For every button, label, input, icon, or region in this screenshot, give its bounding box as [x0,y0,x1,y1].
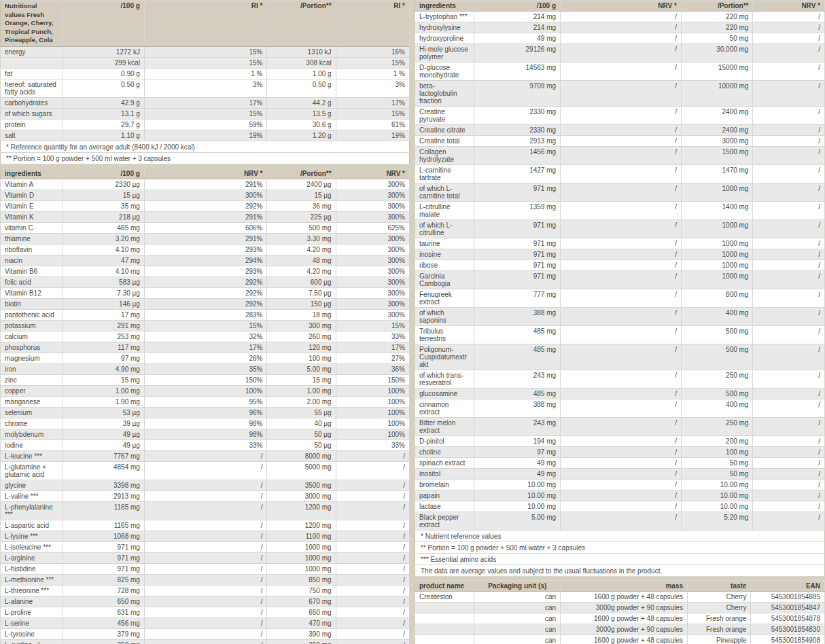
cell-name: L-histidine [1,563,63,574]
cell-name: of which trans-resveratrol [415,370,474,389]
cell-unit: can [474,635,561,644]
col-nrv-1: NRV * [561,1,682,12]
nutrition-spec-page: Nutritional values Fresh Orange, Cherry,… [0,0,825,644]
cell-nrv2: / [753,344,825,370]
table-row: L-isoleucine ***971 mg/1000 mg/ [1,541,410,552]
table-row: L-proline631 mg/650 mg/ [1,607,410,618]
cell-portion: 7.50 µg [267,287,336,298]
cell-nrv2: / [753,436,825,447]
cell-taste: Cherry [687,603,750,613]
cell-per100: 825 mg [63,574,144,585]
cell-portion: 300 mg [267,320,336,331]
footnote-essential-amino-acids: *** Essential amino acids [415,554,825,565]
cell-ean: 5453001854878 [751,613,825,624]
cell-taste: Cherry [687,592,750,603]
cell-per100: 7767 mg [63,450,144,461]
cell-nrv1: 100% [144,385,267,396]
cell-per100: 1456 mg [474,147,561,165]
table-row: L-citrulline malate1359 mg/1400 mg/ [415,202,825,220]
cell-mass: 1600 g powder + 48 capsules [561,635,688,644]
cell-name: protein [1,119,63,130]
cell-per100: 2913 mg [63,490,144,501]
cell-per100: 214 mg [474,12,561,22]
cell-portion: 8000 mg [267,450,336,461]
cell-nrv1: 294% [144,255,267,266]
cell-name: Creatine pyruvate [415,107,474,125]
cell-per100: 10.00 mg [474,480,561,490]
cell-portion: 10.00 mg [681,490,753,501]
cell-name: L-glutamine + glutamic acid [1,461,63,480]
cell-portion: 400 mg [681,308,753,326]
cell-portion: 50 mg [681,469,753,480]
cell-nrv2: / [336,639,409,644]
table-row: can1600 g powder + 48 capsulesPineapple5… [415,635,825,644]
cell-nrv1: / [561,12,682,22]
cell-nrv2: / [336,585,409,596]
cell-nrv2: / [753,107,825,125]
cell-taste: Fresh orange [687,624,750,635]
col-portion: /Portion** [267,168,336,179]
cell-taste: Pineapple [687,635,750,644]
cell-name: L-serine [1,618,63,628]
table-row: Vitamin D15 µg300%15 µg300% [1,190,410,200]
cell-ri2: 16% [336,46,409,57]
table-row: magnesium97 mg26%100 mg27% [1,353,410,363]
cell-per100: 146 µg [63,298,144,309]
cell-name: Creatine total [415,136,474,147]
cell-per100: 39 µg [63,418,144,429]
cell-nrv2: 27% [336,353,409,363]
table-row: thiamine3.20 mg291%3.30 mg300% [1,233,410,244]
cell-ri1: 1 % [144,68,267,79]
table-row: Poligonum-Cuspidatumextrakt485 mg/500 mg… [415,344,825,370]
footnote-row: ** Portion = 100 g powder + 500 ml water… [415,542,825,554]
cell-portion: 15 mg [267,374,336,385]
cell-name: L-tyrosine [1,628,63,639]
cell-per100: 971 mg [474,249,561,260]
cell-nrv1: / [144,480,267,490]
cell-name: of which saponins [415,308,474,326]
cell-name: Garcinia Cambogia [415,271,474,289]
table-row: calcium253 mg32%260 mg33% [1,331,410,342]
cell-nrv2: / [753,81,825,107]
cell-per100: 777 mg [474,289,561,308]
cell-name: L-phenylalanine *** [1,501,63,520]
cell-name [415,635,474,644]
cell-portion: 1000 mg [681,249,753,260]
cell-portion: 44.2 g [267,97,336,108]
cell-portion: 3000 mg [267,490,336,501]
table-row: manganese1.90 mg95%2.00 mg100% [1,396,410,407]
cell-nrv2: / [336,480,409,490]
table-row: inositol49 mg/50 mg/ [415,469,825,480]
cell-name: Tribulus terrestris [415,326,474,344]
cell-nrv1: / [144,607,267,618]
products-body: Createstoncan1600 g powder + 48 capsules… [415,592,825,644]
cell-name: niacin [1,255,63,266]
nutritional-values-footnotes: * Reference quantity for an average adul… [1,141,410,164]
cell-per100: 0.90 g [63,68,144,79]
cell-per100: 485 mg [474,344,561,370]
cell-nrv1: / [561,370,682,389]
cell-per100: 388 mg [474,399,561,418]
cell-nrv2: 36% [336,363,409,374]
cell-ri2: 15% [336,57,409,68]
header-row: Nutritional values Fresh Orange, Cherry,… [1,1,410,47]
cell-nrv2: 100% [336,407,409,418]
nutritional-values-header: Nutritional values Fresh Orange, Cherry,… [1,1,410,47]
footnote-row: ** Portion = 100 g powder + 500 ml water… [1,152,410,164]
table-row: potassium291 mg15%300 mg15% [1,320,410,331]
cell-nrv2: / [336,450,409,461]
cell-name: Fenugreek extract [415,289,474,308]
col-portion: /Portion** [267,1,336,47]
cell-nrv1: / [561,183,682,202]
cell-name: iron [1,363,63,374]
cell-portion: 500 mg [681,389,753,399]
cell-per100: 379 mg [63,628,144,639]
cell-per100: 97 mg [474,447,561,458]
cell-nrv1: / [561,202,682,220]
cell-name: L-alanine [1,596,63,607]
cell-ri2: 17% [336,97,409,108]
cell-per100: 650 mg [63,596,144,607]
table-row: L-phenylalanine ***1165 mg/1200 mg/ [1,501,410,520]
cell-nrv1: 96% [144,407,267,418]
cell-nrv1: / [561,501,682,512]
